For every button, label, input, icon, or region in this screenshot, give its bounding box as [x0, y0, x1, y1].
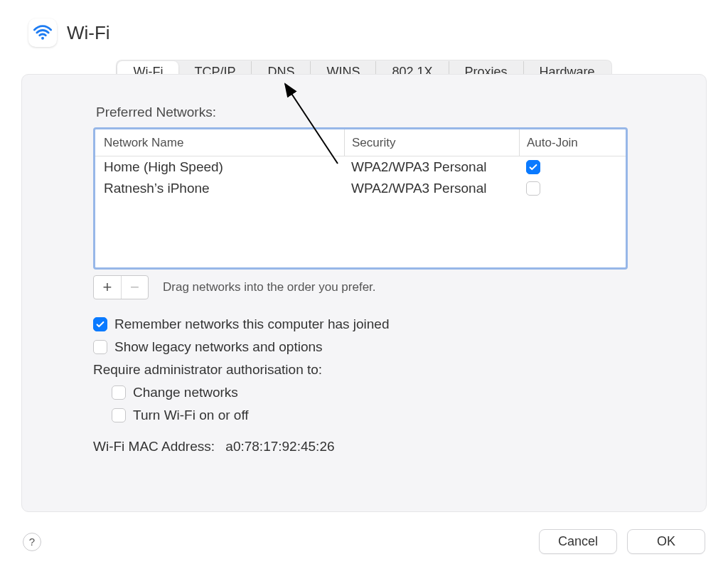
mac-address-label: Wi-Fi MAC Address:: [93, 439, 215, 454]
column-security[interactable]: Security: [344, 129, 519, 156]
mac-address-value: a0:78:17:92:45:26: [225, 439, 334, 454]
column-network-name[interactable]: Network Name: [95, 136, 344, 150]
toggle-wifi-checkbox[interactable]: [112, 408, 126, 422]
remember-networks-checkbox[interactable]: [93, 317, 107, 331]
column-autojoin[interactable]: Auto-Join: [519, 129, 626, 156]
page-title: Wi-Fi: [67, 22, 110, 44]
preferred-networks-table[interactable]: Network Name Security Auto-Join Home (Hi…: [93, 127, 628, 270]
change-networks-checkbox[interactable]: [112, 385, 126, 400]
table-header: Network Name Security Auto-Join: [95, 129, 626, 156]
remove-network-button[interactable]: −: [121, 276, 148, 299]
svg-point-0: [41, 37, 44, 40]
network-security: WPA2/WPA3 Personal: [344, 159, 519, 175]
cancel-button[interactable]: Cancel: [539, 529, 617, 554]
help-button[interactable]: ?: [23, 533, 41, 551]
wifi-icon: [28, 18, 57, 47]
autojoin-checkbox[interactable]: [526, 160, 540, 174]
change-networks-label: Change networks: [133, 385, 238, 400]
table-row[interactable]: Home (High Speed) WPA2/WPA3 Personal: [95, 156, 626, 178]
require-admin-label: Require administrator authorisation to:: [93, 362, 635, 378]
add-network-button[interactable]: +: [94, 276, 121, 299]
network-name: Home (High Speed): [95, 159, 344, 175]
show-legacy-checkbox[interactable]: [93, 340, 107, 354]
drag-hint: Drag networks into the order you prefer.: [163, 280, 376, 294]
remember-networks-label: Remember networks this computer has join…: [114, 316, 390, 332]
show-legacy-label: Show legacy networks and options: [114, 339, 323, 355]
ok-button[interactable]: OK: [627, 529, 705, 554]
network-name: Ratnesh’s iPhone: [95, 181, 344, 196]
table-row[interactable]: Ratnesh’s iPhone WPA2/WPA3 Personal: [95, 178, 626, 199]
preferred-networks-label: Preferred Networks:: [96, 105, 635, 120]
toggle-wifi-label: Turn Wi-Fi on or off: [133, 408, 249, 423]
autojoin-checkbox[interactable]: [526, 181, 540, 196]
network-security: WPA2/WPA3 Personal: [344, 181, 519, 196]
